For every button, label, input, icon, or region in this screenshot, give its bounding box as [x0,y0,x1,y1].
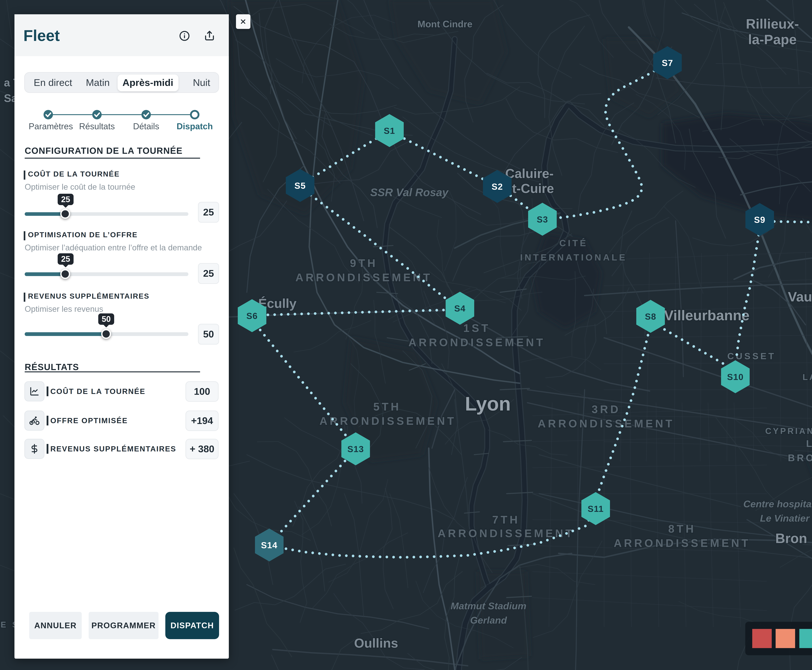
svg-text:S5: S5 [294,181,306,191]
svg-text:Lyon: Lyon [465,393,511,415]
svg-text:S2: S2 [492,182,503,191]
svg-text:ARRONDISSEMENT: ARRONDISSEMENT [408,336,545,349]
svg-text:CUSSET: CUSSET [727,351,776,361]
svg-text:ARRONDISSEMENT: ARRONDISSEMENT [320,415,456,427]
svg-text:Villeurbanne: Villeurbanne [664,307,749,323]
svg-text:INTERNATIONALE: INTERNATIONALE [520,252,627,262]
svg-text:S6: S6 [246,311,258,321]
svg-text:5TH: 5TH [373,401,401,413]
svg-text:la-Pape: la-Pape [748,32,797,47]
svg-text:ARRONDISSEMENT: ARRONDISSEMENT [538,417,675,430]
svg-text:8TH: 8TH [668,523,696,535]
svg-text:CITÉ: CITÉ [559,238,588,248]
svg-text:S8: S8 [645,311,656,321]
svg-text:LA SOIE: LA SOIE [803,372,812,382]
svg-text:S9: S9 [754,215,765,225]
svg-text:S4: S4 [454,303,465,313]
svg-text:S14: S14 [261,540,277,550]
svg-text:7TH: 7TH [492,513,520,526]
svg-text:Paramètres: Paramètres [29,122,73,131]
svg-text:Oullins: Oullins [354,636,398,650]
svg-text:Vaulx-en-Velin: Vaulx-en-Velin [788,289,812,304]
svg-text:Résultats: Résultats [79,122,115,131]
svg-text:CYPRIAN: CYPRIAN [765,426,812,436]
svg-text:Gerland: Gerland [470,615,507,626]
svg-text:S3: S3 [537,215,548,224]
svg-text:S7: S7 [662,58,673,68]
svg-text:Détails: Détails [133,122,159,131]
svg-text:Rillieux-: Rillieux- [746,16,799,32]
svg-text:SSR Val Rosay: SSR Val Rosay [370,186,449,198]
svg-text:Caluire-: Caluire- [505,166,554,181]
svg-text:S13: S13 [347,444,364,454]
svg-text:1ST: 1ST [464,322,491,334]
svg-text:Matmut Stadium: Matmut Stadium [451,601,526,611]
svg-text:ARRONDISSEMENT: ARRONDISSEMENT [614,537,751,549]
svg-text:BROSSES: BROSSES [788,452,812,463]
svg-text:3RD: 3RD [592,403,621,415]
svg-text:S10: S10 [727,372,744,382]
svg-text:et-Cuire: et-Cuire [505,181,554,196]
svg-text:Dispatch: Dispatch [177,122,213,131]
svg-text:S1: S1 [384,126,395,135]
svg-text:S11: S11 [587,504,604,514]
svg-text:Centre hospitalier: Centre hospitalier [743,499,812,509]
svg-text:Le Vinatier: Le Vinatier [760,513,810,524]
svg-text:LES: LES [806,438,812,449]
svg-text:9TH: 9TH [350,257,377,269]
svg-text:Mont Cindre: Mont Cindre [418,19,472,29]
svg-text:ARRONDISSEMENT: ARRONDISSEMENT [295,271,432,284]
svg-text:Bron: Bron [775,531,807,546]
